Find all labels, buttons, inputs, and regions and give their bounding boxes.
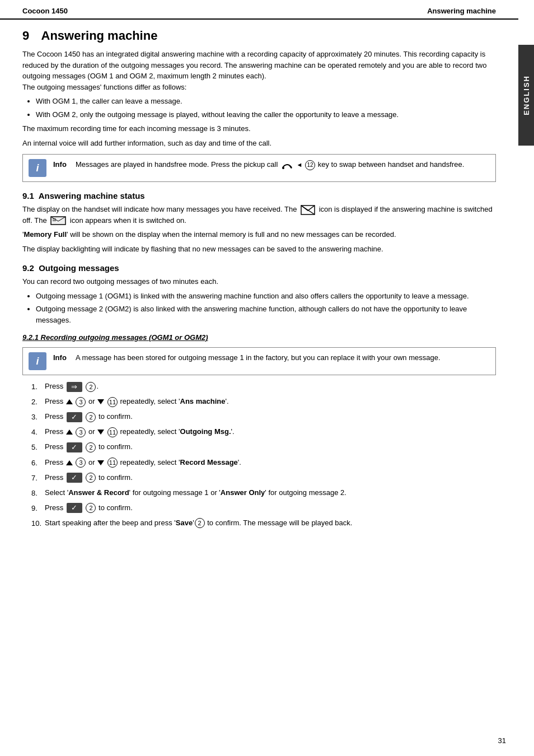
step-1: 1. Press 2. (31, 381, 496, 393)
chapter-title: 9 Answering machine (22, 29, 496, 43)
circle-2-step1: 2 (86, 382, 96, 392)
step-9: 9. Press 2 to confirm. (31, 502, 496, 515)
section-9-1-para-3: The display backlighting will indicate b… (22, 244, 496, 255)
ans-on-icon (50, 216, 66, 225)
info-text-2: A message has been stored for outgoing m… (76, 352, 490, 363)
intro-bullets: With OGM 1, the caller can leave a messa… (36, 96, 496, 120)
intro-para-1: The Cocoon 1450 has an integrated digita… (22, 49, 496, 92)
svg-point-0 (282, 167, 284, 169)
footer: 31 (498, 736, 506, 745)
step-7: 7. Press 2 to confirm. (31, 472, 496, 484)
check-button-icon-9 (67, 503, 82, 513)
side-tab-label: ENGLISH (522, 75, 531, 115)
after-bullets-2: An internal voice will add further infor… (22, 138, 496, 149)
info-label-2: Info (53, 353, 70, 362)
after-bullets-1: The maximum recording time for each inco… (22, 123, 496, 134)
intro-bullet-2: With OGM 2, only the outgoing message is… (36, 109, 496, 120)
section-9-1-para-2: 'Memory Full' will be shown on the displ… (22, 229, 496, 240)
info-label-1: Info (53, 160, 70, 169)
pickup-icon (281, 161, 293, 170)
check-button-icon (67, 412, 82, 422)
header: Cocoon 1450 Answering machine (0, 0, 518, 20)
down-arrow (97, 399, 104, 404)
up-arrow-4 (66, 430, 73, 435)
key-12-circle: 12 (305, 160, 315, 170)
info-text-1: Messages are played in handsfree mode. P… (76, 159, 490, 170)
page-number: 31 (498, 736, 506, 745)
check-button-icon-5 (67, 442, 82, 452)
info-box-1: i Info Messages are played in handsfree … (22, 154, 496, 182)
section-9-1-title: 9.1 Answering machine status (22, 191, 496, 200)
step-8: 8. Select 'Answer & Record' for outgoing… (31, 487, 496, 500)
section-9-2-title: 9.2 Outgoing messages (22, 263, 496, 273)
step-5: 5. Press 2 to confirm. (31, 441, 496, 454)
section-9-1-para-1: The display on the handset will indicate… (22, 204, 496, 226)
chapter-number: 9 (22, 29, 29, 43)
up-arrow (66, 399, 73, 404)
header-right: Answering machine (427, 7, 496, 15)
info-box-2: i Info A message has been stored for out… (22, 347, 496, 375)
section-9-2-bullet-2: Outgoing message 2 (OGM2) is also linked… (36, 304, 496, 325)
main-content: 9 Answering machine The Cocoon 1450 has … (0, 20, 518, 542)
step-6: 6. Press 3 or 11 repeatedly, select 'Rec… (31, 457, 496, 469)
down-arrow-4 (97, 430, 104, 435)
msg-off-icon (301, 205, 315, 215)
subsection-9-2-1-title: 9.2.1 Recording outgoing messages (OGM1 … (22, 333, 496, 342)
side-tab: ENGLISH (518, 45, 534, 146)
steps-list: 1. Press 2. 2. Press 3 or 11 repeatedly,… (31, 381, 496, 530)
section-9-2-bullet-1: Outgoing message 1 (OGM1) is linked with… (36, 291, 496, 302)
section-9-2-bullets: Outgoing message 1 (OGM1) is linked with… (36, 291, 496, 326)
intro-bullet-1: With OGM 1, the caller can leave a messa… (36, 96, 496, 107)
info-icon-2: i (29, 352, 46, 370)
page: ENGLISH Cocoon 1450 Answering machine 9 … (0, 0, 534, 756)
check-button-icon-7 (67, 473, 82, 483)
section-9-2-intro: You can record two outgoing messages of … (22, 276, 496, 287)
menu-button-icon (67, 382, 82, 392)
chapter-title-text: Answering machine (41, 29, 158, 43)
step-2: 2. Press 3 or 11 repeatedly, select 'Ans… (31, 396, 496, 408)
down-arrow-6 (97, 460, 104, 465)
info-icon-1: i (29, 159, 46, 177)
step-10: 10. Start speaking after the beep and pr… (31, 517, 496, 530)
header-left: Cocoon 1450 (22, 7, 68, 15)
up-arrow-6 (66, 460, 73, 465)
step-4: 4. Press 3 or 11 repeatedly, select 'Out… (31, 426, 496, 438)
step-3: 3. Press 2 to confirm. (31, 411, 496, 423)
